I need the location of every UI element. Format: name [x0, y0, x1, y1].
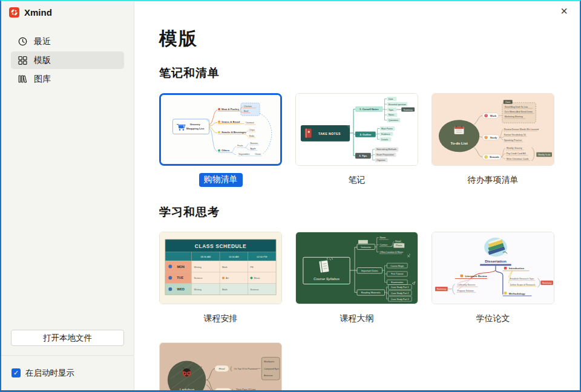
svg-text:Introduction: Introduction [509, 267, 525, 270]
svg-text:Meat & Poultry: Meat & Poultry [222, 108, 240, 111]
close-icon[interactable]: × [560, 5, 568, 17]
svg-text:Others: Others [222, 149, 230, 152]
svg-text:Topic: Topic [389, 109, 394, 111]
svg-text:Write Christmas Cards: Write Christmas Cards [507, 158, 529, 160]
sidebar-item-templates[interactable]: 模版 [11, 51, 124, 69]
page-title: 模版 [159, 28, 580, 50]
svg-text:Snacks & Beverages: Snacks & Beverages [222, 131, 247, 134]
sidebar-item-recent[interactable]: 最近 [11, 33, 124, 50]
template-label: 课程安排 [204, 313, 238, 324]
template-thumbnail: Dissertation Literature Review [432, 232, 554, 304]
svg-text:Math: Math [222, 266, 228, 269]
template-card-ladybug[interactable]: Ladybug Head On Top Of Its Pronotum Mout [159, 342, 282, 390]
svg-text:Ladybug: Ladybug [179, 388, 194, 390]
svg-text:08:30 AM: 08:30 AM [200, 255, 211, 258]
template-card-course-syllabus[interactable]: Course Syllabus Instructor Name Contact [295, 232, 418, 325]
template-label: 学位论文 [476, 313, 510, 324]
template-card-shopping-list[interactable]: Grocery Shopping List Meat & Poultry Gra… [159, 93, 282, 187]
svg-text:Notes: Notes [389, 114, 395, 116]
clock-icon [18, 37, 27, 46]
svg-text:Art: Art [226, 276, 229, 279]
svg-text:Shopping List: Shopping List [186, 127, 204, 130]
svg-text:Essential question: Essential question [389, 103, 406, 106]
svg-text:Send Blog Draft To Lisa: Send Blog Draft To Lisa [505, 106, 528, 108]
svg-text:Collecting Sources: Collecting Sources [458, 284, 476, 287]
svg-text:Course Begin: Course Begin [390, 265, 404, 267]
svg-text:Establish Research Topic: Establish Research Topic [510, 278, 534, 280]
svg-text:Summary: Summary [542, 282, 551, 284]
svg-text:Note-taking Methods: Note-taking Methods [376, 148, 396, 151]
app-brand: Xmind [1, 1, 134, 18]
svg-text:Weekly Grocery: Weekly Grocery [507, 147, 522, 149]
center-node: Grocery Shopping List [172, 119, 209, 134]
svg-text:2. Outline: 2. Outline [359, 133, 372, 136]
svg-text:10:00 AM: 10:00 AM [229, 255, 239, 258]
template-card-todo-list[interactable]: To-do List 1 Work Done Sen [432, 93, 554, 187]
svg-text:On Top Of Its Pronotum: On Top Of Its Pronotum [234, 368, 257, 370]
svg-text:Apple: Apple [251, 148, 256, 150]
center-node: To-do List [439, 120, 479, 152]
svg-text:Pay Credit Card Bill: Pay Credit Card Bill [507, 152, 526, 155]
take-notes-preview: TAKE NOTES 1. Cornell Notes Date Essenti… [296, 94, 418, 165]
template-thumbnail: Course Syllabus Instructor Name Contact [295, 232, 418, 304]
svg-text:Vegetables: Vegetables [238, 153, 249, 155]
svg-text:Evidence: Evidence [381, 133, 390, 136]
svg-text:Grains & Bread: Grains & Bread [222, 120, 240, 123]
svg-text:Details: Details [381, 139, 388, 141]
svg-text:Summary: Summary [404, 109, 413, 111]
svg-text:Name: Name [380, 237, 386, 239]
svg-text:Mouthparts: Mouthparts [264, 361, 274, 363]
svg-text:Errands: Errands [490, 155, 499, 158]
template-card-class-schedule[interactable]: CLASS SCHEDULE 08:30 AM 10:00 AM 02:00 P… [159, 232, 282, 325]
template-card-notes[interactable]: TAKE NOTES 1. Cornell Notes Date Essenti… [295, 93, 418, 187]
svg-text:WED: WED [177, 287, 185, 291]
svg-text:1. Cornell Notes: 1. Cornell Notes [359, 108, 379, 111]
xmind-logo-icon [9, 7, 19, 18]
open-local-file-button[interactable]: 打开本地文件 [11, 330, 124, 346]
template-label: 笔记 [349, 175, 366, 186]
svg-text:Case Study Part 1: Case Study Part 1 [391, 286, 409, 289]
svg-text:Case Study Part 2: Case Study Part 2 [391, 292, 409, 295]
svg-text:Antennae: Antennae [264, 374, 273, 377]
sidebar-item-gallery[interactable]: 图库 [11, 70, 124, 88]
svg-text:Questions: Questions [389, 119, 398, 122]
svg-text:3: 3 [485, 156, 487, 158]
svg-text:Define Scope of Research: Define Scope of Research [510, 284, 536, 286]
svg-text:Propose Solution: Propose Solution [458, 290, 474, 292]
svg-text:Music: Music [254, 276, 260, 279]
svg-text:Writing: Writing [194, 288, 201, 291]
svg-text:Work: Work [490, 114, 497, 117]
sidebar-item-label: 最近 [34, 36, 51, 47]
svg-text:PE: PE [251, 266, 254, 269]
svg-text:First Tutorial: First Tutorial [391, 273, 403, 275]
section-title-study-thinking: 学习和思考 [159, 204, 580, 220]
svg-text:Chips: Chips [249, 129, 255, 131]
library-books-icon [18, 74, 27, 83]
svg-text:Weekly To-do: Weekly To-do [538, 154, 550, 156]
templates-grid-icon [18, 56, 27, 65]
center-illustration [484, 238, 507, 256]
svg-text:Study: Study [490, 136, 497, 139]
ladybug-preview: Ladybug Head On Top Of Its Pronotum Mout [160, 343, 281, 390]
sidebar: Xmind 最近 模版 [1, 1, 134, 390]
svg-text:Summary: Summary [437, 288, 446, 290]
svg-text:Soda: Soda [249, 135, 255, 137]
show-on-startup-checkbox[interactable]: ✓ [11, 368, 21, 377]
svg-text:3. Tips: 3. Tips [359, 154, 367, 157]
svg-text:Phone: Phone [396, 244, 402, 247]
shopping-list-preview: Grocery Shopping List Meat & Poultry Gra… [161, 95, 280, 164]
svg-text:Exam Preparation: Exam Preparation [376, 154, 394, 156]
svg-text:Main Points: Main Points [381, 128, 393, 130]
svg-text:Done: Done [505, 101, 510, 103]
template-card-dissertation[interactable]: Dissertation Literature Review [432, 232, 554, 325]
svg-text:Organize: Organize [376, 159, 385, 162]
svg-text:Contact: Contact [380, 244, 388, 246]
template-thumbnail: Ladybug Head On Top Of Its Pronotum Mout [159, 342, 282, 390]
sidebar-spacer [1, 88, 134, 330]
svg-text:2: 2 [485, 136, 487, 139]
svg-text:Writing: Writing [194, 266, 201, 269]
svg-text:Head: Head [219, 367, 226, 370]
main-panel: × 模版 笔记和清单 [134, 1, 580, 390]
startup-option-row: ✓ 在启动时显示 [1, 355, 134, 390]
svg-text:Fruits: Fruits [237, 145, 243, 148]
